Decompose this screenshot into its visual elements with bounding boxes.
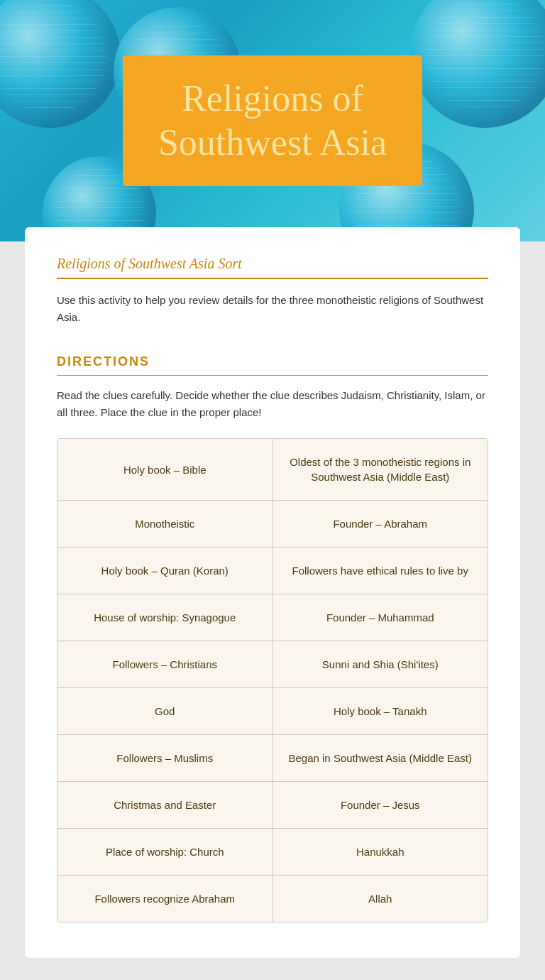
clue-cell[interactable]: Followers – Christians — [57, 641, 273, 687]
clue-cell[interactable]: Holy book – Bible — [57, 439, 273, 500]
clue-cell[interactable]: Monotheistic — [57, 501, 273, 547]
directions-title: DIRECTIONS — [57, 354, 488, 369]
directions-text: Read the clues carefully. Decide whether… — [57, 387, 488, 421]
clue-cell[interactable]: Hanukkah — [273, 829, 488, 875]
clue-row: MonotheisticFounder – Abraham — [57, 501, 488, 548]
clue-row: GodHoly book – Tanakh — [57, 688, 488, 735]
globe-decoration-1 — [0, 0, 121, 128]
clue-row: House of worship: SynagogueFounder – Muh… — [57, 594, 488, 641]
clue-cell[interactable]: Christmas and Easter — [57, 782, 273, 828]
clue-row: Holy book – Quran (Koran)Followers have … — [57, 548, 488, 594]
content-card: Religions of Southwest Asia Sort Use thi… — [25, 227, 520, 958]
clue-cell[interactable]: God — [57, 688, 273, 734]
section-divider — [57, 278, 488, 279]
clue-cell[interactable]: Followers recognize Abraham — [57, 876, 273, 922]
clue-row: Christmas and EasterFounder – Jesus — [57, 782, 488, 829]
section-title: Religions of Southwest Asia Sort — [57, 256, 488, 272]
clue-cell[interactable]: Followers – Muslims — [57, 735, 273, 781]
intro-text: Use this activity to help you review det… — [57, 292, 488, 326]
clue-cell[interactable]: Sunni and Shia (Shi'ites) — [273, 641, 488, 687]
hero-title: Religions of Southwest Asia — [158, 77, 387, 165]
clue-row: Place of worship: ChurchHanukkah — [57, 829, 488, 876]
clue-cell[interactable]: Holy book – Quran (Koran) — [57, 548, 273, 594]
clue-row: Followers recognize AbrahamAllah — [57, 876, 488, 922]
clue-cell[interactable]: Founder – Abraham — [273, 501, 488, 547]
clue-cell[interactable]: Founder – Jesus — [273, 782, 488, 828]
clue-cell[interactable]: Oldest of the 3 monotheistic regions in … — [273, 439, 488, 500]
clue-cell[interactable]: Followers have ethical rules to live by — [273, 548, 488, 594]
clue-row: Holy book – BibleOldest of the 3 monothe… — [57, 439, 488, 501]
hero-title-box: Religions of Southwest Asia — [123, 55, 422, 187]
clue-grid: Holy book – BibleOldest of the 3 monothe… — [57, 438, 488, 922]
clue-cell[interactable]: Founder – Muhammad — [273, 594, 488, 641]
clue-cell[interactable]: Place of worship: Church — [57, 829, 273, 875]
clue-row: Followers – MuslimsBegan in Southwest As… — [57, 735, 488, 782]
clue-cell[interactable]: Began in Southwest Asia (Middle East) — [273, 735, 488, 781]
clue-cell[interactable]: Holy book – Tanakh — [273, 688, 488, 734]
clue-row: Followers – ChristiansSunni and Shia (Sh… — [57, 641, 488, 688]
globe-decoration-3 — [410, 0, 545, 128]
clue-cell[interactable]: Allah — [273, 876, 488, 922]
clue-cell[interactable]: House of worship: Synagogue — [57, 594, 273, 641]
directions-divider — [57, 375, 488, 376]
hero-section: Religions of Southwest Asia — [0, 0, 545, 241]
